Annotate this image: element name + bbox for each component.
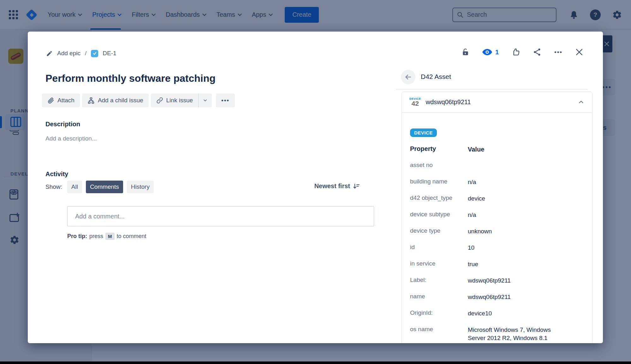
pencil-icon bbox=[46, 50, 53, 57]
link-issue-button[interactable]: Link issue bbox=[151, 93, 199, 107]
table-row: asset no bbox=[410, 162, 584, 178]
table-row: device typeunknown bbox=[410, 227, 584, 244]
asset-card: DEVICE 42 wdswq06tp9211 DEVICE Property … bbox=[402, 92, 592, 343]
link-issue-label: Link issue bbox=[166, 97, 193, 104]
child-issue-icon bbox=[87, 97, 95, 104]
toolbar-more-button[interactable]: ••• bbox=[216, 93, 235, 107]
issue-title[interactable]: Perform monthly software patching bbox=[45, 72, 355, 85]
table-row: Label:wdswq06tp9211 bbox=[410, 277, 584, 293]
table-row: device subtypen/a bbox=[410, 211, 584, 227]
device42-logo-icon: DEVICE 42 bbox=[409, 98, 421, 107]
panel-back-button[interactable] bbox=[401, 70, 415, 84]
table-row: d42 object_typedevice bbox=[410, 194, 584, 211]
arrow-left-icon bbox=[404, 73, 412, 81]
watchers-button[interactable]: 1 bbox=[482, 48, 499, 56]
sort-order-button[interactable]: Newest first bbox=[314, 182, 360, 190]
keyboard-key-m: M bbox=[105, 233, 115, 240]
attach-label: Attach bbox=[57, 97, 74, 104]
thumbs-up-icon[interactable] bbox=[511, 48, 520, 57]
panel-divider bbox=[396, 89, 588, 90]
chevron-down-icon bbox=[203, 98, 208, 103]
value-column-header: Value bbox=[468, 145, 581, 153]
property-table: Property Value asset no building namen/a… bbox=[410, 145, 584, 342]
table-row: id10 bbox=[410, 244, 584, 260]
watch-eye-icon bbox=[482, 48, 492, 56]
chevron-up-icon[interactable] bbox=[578, 99, 585, 106]
description-placeholder[interactable]: Add a description... bbox=[45, 135, 97, 142]
activity-heading: Activity bbox=[45, 170, 68, 178]
activity-filter-row: Show: All Comments History bbox=[45, 181, 154, 193]
issue-toolbar: Attach Add a child issue Link issue ••• bbox=[42, 93, 235, 107]
filter-comments-button[interactable]: Comments bbox=[86, 181, 123, 193]
os-name-line1: Microsoft Windows 7, Windows bbox=[468, 326, 551, 333]
table-row: namewdswq06tp9211 bbox=[410, 293, 584, 309]
protip-prefix: Pro tip: bbox=[67, 233, 87, 240]
protip-suffix: to comment bbox=[117, 233, 146, 240]
device-badge: DEVICE bbox=[410, 128, 437, 137]
comment-protip: Pro tip: press M to comment bbox=[67, 233, 146, 240]
add-epic-button[interactable]: Add epic bbox=[57, 50, 80, 57]
comment-placeholder: Add a comment... bbox=[75, 213, 125, 220]
issue-modal: Add epic / DE-1 1 ••• Perform monthly so… bbox=[28, 32, 603, 343]
filter-all-button[interactable]: All bbox=[67, 181, 82, 193]
table-row: building namen/a bbox=[410, 178, 584, 194]
asset-card-body: DEVICE Property Value asset no building … bbox=[402, 113, 592, 342]
modal-header-actions: 1 ••• bbox=[461, 47, 583, 57]
attach-button[interactable]: Attach bbox=[42, 93, 80, 107]
description-heading: Description bbox=[45, 121, 80, 128]
table-row: in servicetrue bbox=[410, 260, 584, 277]
device42-logo-bottom: 42 bbox=[412, 100, 419, 107]
comment-input[interactable]: Add a comment... bbox=[67, 206, 374, 226]
table-row: os nameMicrosoft Windows 7, WindowsServe… bbox=[410, 326, 584, 342]
table-header-row: Property Value bbox=[410, 145, 584, 162]
task-type-icon[interactable] bbox=[91, 50, 98, 57]
sort-order-label: Newest first bbox=[314, 182, 350, 190]
issue-key-link[interactable]: DE-1 bbox=[103, 50, 116, 57]
window-bottom-edge bbox=[0, 361, 631, 364]
filter-history-button[interactable]: History bbox=[127, 181, 154, 193]
sort-descending-icon bbox=[353, 183, 360, 190]
breadcrumb-separator: / bbox=[85, 50, 86, 57]
add-child-issue-button[interactable]: Add a child issue bbox=[82, 93, 149, 107]
unlock-icon[interactable] bbox=[461, 47, 469, 57]
link-icon bbox=[156, 97, 163, 104]
panel-title: D42 Asset bbox=[421, 73, 451, 81]
protip-press: press bbox=[89, 233, 103, 240]
asset-name: wdswq06tp9211 bbox=[426, 98, 471, 106]
watchers-count: 1 bbox=[495, 49, 499, 56]
paperclip-icon bbox=[47, 97, 54, 104]
os-name-line2: Server 2012 R2, Windows 8.1 bbox=[468, 335, 547, 341]
breadcrumb: Add epic / DE-1 bbox=[46, 49, 116, 58]
property-column-header: Property bbox=[410, 145, 468, 152]
table-row: OriginId:device10 bbox=[410, 309, 584, 326]
more-actions-button[interactable]: ••• bbox=[554, 49, 563, 56]
close-icon[interactable] bbox=[575, 48, 583, 56]
add-child-issue-label: Add a child issue bbox=[98, 97, 143, 104]
show-label: Show: bbox=[45, 183, 62, 190]
share-icon[interactable] bbox=[533, 48, 542, 57]
asset-card-header[interactable]: DEVICE 42 wdswq06tp9211 bbox=[402, 92, 592, 113]
link-issue-dropdown-button[interactable] bbox=[199, 93, 212, 107]
